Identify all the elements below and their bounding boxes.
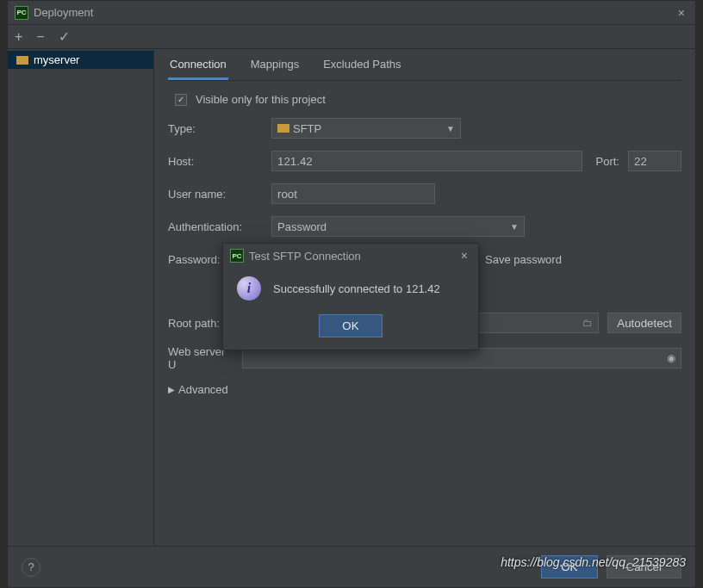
type-label: Type:	[168, 122, 263, 135]
autodetect-button[interactable]: Autodetect	[607, 313, 681, 333]
pycharm-icon: PC	[230, 249, 244, 263]
triangle-right-icon: ▶	[168, 385, 175, 394]
host-label: Host:	[168, 155, 263, 168]
chevron-down-icon: ▼	[446, 124, 455, 133]
auth-select[interactable]: Password ▼	[271, 216, 525, 237]
user-label: User name:	[168, 188, 263, 201]
modal-footer: OK	[223, 306, 478, 350]
auth-value: Password	[277, 220, 327, 233]
add-icon[interactable]: +	[15, 29, 22, 45]
sidebar-toolbar: + − ✓	[8, 25, 695, 49]
type-value: SFTP	[293, 122, 321, 135]
auth-row: Authentication: Password ▼	[168, 216, 681, 237]
dialog-titlebar: PC Deployment ×	[8, 1, 695, 25]
modal-ok-button[interactable]: OK	[319, 314, 382, 337]
chevron-down-icon: ▼	[510, 222, 519, 232]
dialog-title: Deployment	[34, 6, 675, 19]
modal-title: Test SFTP Connection	[249, 250, 457, 263]
type-select[interactable]: SFTP ▼	[271, 118, 461, 139]
auth-label: Authentication:	[168, 220, 263, 233]
pycharm-icon: PC	[15, 6, 28, 20]
tab-connection[interactable]: Connection	[168, 49, 228, 80]
help-button[interactable]: ?	[22, 558, 40, 577]
folder-icon[interactable]: 🗀	[582, 317, 593, 329]
sidebar-item-label: myserver	[34, 53, 79, 66]
sidebar-item-myserver[interactable]: myserver	[8, 51, 153, 69]
advanced-toggle[interactable]: ▶ Advanced	[168, 383, 681, 396]
modal-titlebar: PC Test SFTP Connection ×	[223, 244, 478, 268]
close-icon[interactable]: ×	[457, 249, 471, 263]
close-icon[interactable]: ×	[675, 6, 688, 20]
advanced-label: Advanced	[178, 383, 228, 396]
visible-only-checkbox[interactable]: ✓	[175, 94, 187, 106]
host-input[interactable]	[271, 151, 582, 171]
info-icon: i	[237, 276, 261, 300]
server-icon	[16, 56, 28, 65]
visible-only-label: Visible only for this project	[196, 93, 326, 106]
servers-sidebar: myserver	[8, 49, 154, 546]
port-label: Port:	[596, 155, 619, 168]
check-icon[interactable]: ✓	[59, 28, 70, 45]
type-row: Type: SFTP ▼	[168, 118, 681, 139]
remove-icon[interactable]: −	[36, 29, 44, 45]
sftp-icon	[277, 124, 289, 133]
tab-excluded[interactable]: Excluded Paths	[321, 49, 402, 80]
modal-message: Successfully connected to 121.42	[273, 282, 440, 295]
user-input[interactable]	[271, 183, 435, 204]
visible-only-row: ✓ Visible only for this project	[175, 93, 681, 106]
port-input[interactable]	[628, 151, 681, 171]
test-connection-dialog: PC Test SFTP Connection × i Successfully…	[222, 243, 479, 350]
save-password-label: Save password	[485, 253, 562, 266]
globe-icon: ◉	[667, 352, 675, 364]
weburl-input[interactable]: ◉	[242, 348, 681, 368]
modal-body: i Successfully connected to 121.42	[223, 268, 478, 306]
user-row: User name:	[168, 183, 681, 204]
watermark: https://blog.csdn.net/qq_21539283	[501, 555, 686, 569]
tabs: Connection Mappings Excluded Paths	[168, 49, 681, 81]
tab-mappings[interactable]: Mappings	[249, 49, 301, 80]
host-row: Host: Port:	[168, 151, 681, 171]
